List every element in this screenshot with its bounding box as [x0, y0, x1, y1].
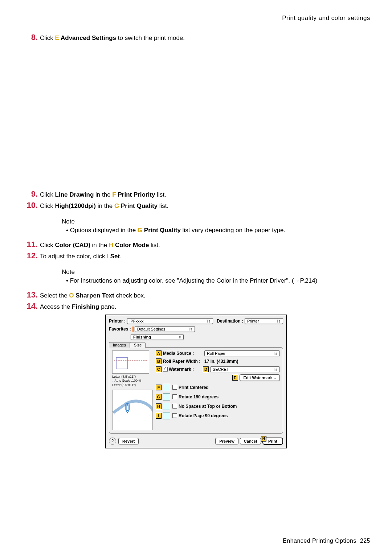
- row-f: F Print Centered: [156, 384, 280, 391]
- step-text: Access the Finishing pane.: [40, 302, 117, 312]
- text: Click: [40, 34, 55, 41]
- tab-size[interactable]: Size: [130, 342, 146, 348]
- printer-select[interactable]: iPFxxxx: [127, 318, 213, 324]
- key-f: F: [112, 191, 116, 198]
- label-print-quality: Print Quality: [142, 227, 181, 234]
- text: in the: [94, 191, 112, 198]
- step-10: 10. Click High(1200dpi) in the G Print Q…: [22, 201, 370, 211]
- note-label: Note: [62, 268, 370, 276]
- thumb-info: Letter (8.5"x11") ↓ Auto Scale :100 % Le…: [112, 375, 156, 387]
- spacer: [22, 44, 370, 189]
- text: in the: [96, 202, 114, 209]
- note-block-2: Note • For instructions on adjusting col…: [62, 268, 370, 284]
- destination-label: Destination :: [217, 319, 243, 324]
- step-9: 9. Click Line Drawing in the F Print Pri…: [22, 189, 370, 200]
- key-e: E: [55, 34, 59, 41]
- key-g: G: [138, 227, 142, 234]
- page-layout-thumb: [112, 350, 149, 374]
- step-number: 8.: [22, 33, 40, 42]
- no-spaces-checkbox[interactable]: [172, 404, 177, 409]
- step-text: Click Line Drawing in the F Print Priori…: [40, 190, 166, 200]
- step-text: Click E Advanced Settings to switch the …: [40, 33, 185, 43]
- print-centered-label: Print Centered: [179, 385, 209, 390]
- rotate-180-checkbox[interactable]: [172, 394, 177, 399]
- dialog-bottom: ? Revert Preview Cancel N Print: [109, 438, 283, 445]
- step-number: 12.: [22, 251, 40, 260]
- roll-width-label: Roll Paper Width :: [163, 359, 203, 364]
- print-dialog: Printer : iPFxxxx Destination : Printer …: [105, 315, 287, 448]
- label-advanced-settings: Advanced Settings: [59, 34, 116, 41]
- media-source-select[interactable]: Roll Paper: [204, 350, 280, 356]
- text: .: [120, 253, 122, 260]
- edit-watermark-button[interactable]: Edit Watermark...: [240, 374, 280, 381]
- label-color-cad: Color (CAD): [55, 242, 90, 249]
- step-number: 9.: [22, 189, 40, 199]
- step-number: 11.: [22, 240, 40, 249]
- roll-width-value: 17 in. (431.8mm): [204, 359, 238, 364]
- step-14: 14. Access the Finishing pane.: [22, 301, 370, 312]
- row-c: C Watermark : D SECRET: [156, 366, 280, 372]
- favorites-icon: [132, 327, 134, 332]
- thumb-line3: Letter (8.5"x11"): [112, 383, 156, 387]
- cancel-button[interactable]: Cancel: [240, 438, 261, 444]
- down-arrow-icon: ↓: [112, 379, 114, 382]
- pane-select-row: Finishing: [131, 334, 283, 340]
- step-11: 11. Click Color (CAD) in the H Color Mod…: [22, 240, 370, 250]
- label-set: Set: [109, 253, 120, 260]
- note-bullet: • Options displayed in the G Print Quali…: [66, 227, 370, 234]
- step-8: 8. Click E Advanced Settings to switch t…: [22, 33, 370, 43]
- note-bullet: • For instructions on adjusting color, s…: [66, 277, 370, 284]
- step-number: 10.: [22, 201, 40, 210]
- row-h: H No Spaces at Top or Bottom: [156, 403, 280, 410]
- tab-images[interactable]: Images: [109, 342, 130, 348]
- step-13: 13. Select the O Sharpen Text check box.: [22, 290, 370, 300]
- tabs: ImagesSize Letter (8.5"x11") ↓ Auto Scal…: [109, 342, 283, 434]
- rotate-90-label: Rotate Page 90 degrees: [179, 413, 228, 418]
- label-high-1200: High(1200dpi): [55, 202, 96, 209]
- text: Select the: [40, 292, 69, 299]
- text: to switch the print mode.: [116, 34, 185, 41]
- rotate-90-checkbox[interactable]: [172, 413, 177, 418]
- label-sharpen-text: Sharpen Text: [74, 292, 114, 299]
- print-centered-checkbox[interactable]: [172, 385, 177, 390]
- thumb-line2: Auto Scale :100 %: [115, 379, 142, 382]
- pane-select[interactable]: Finishing: [131, 334, 184, 340]
- key-a-marker: A: [156, 350, 162, 356]
- text: list vary depending on the paper type.: [181, 227, 285, 234]
- key-g-marker: G: [156, 394, 162, 400]
- label-line-drawing: Line Drawing: [55, 191, 94, 198]
- thumb-line1: Letter (8.5"x11"): [112, 375, 156, 379]
- destination-select[interactable]: Printer: [245, 318, 283, 324]
- revert-button[interactable]: Revert: [118, 438, 139, 444]
- no-spaces-label: No Spaces at Top or Bottom: [179, 404, 237, 409]
- step-number: 14.: [22, 301, 40, 311]
- print-centered-icon: [163, 384, 170, 391]
- text: Click: [40, 191, 55, 198]
- label-print-quality: Print Quality: [119, 202, 158, 209]
- watermark-checkbox[interactable]: [163, 367, 168, 372]
- preview-button[interactable]: Preview: [215, 438, 238, 444]
- key-h-marker: H: [156, 403, 162, 409]
- text: Click: [40, 242, 55, 249]
- dialog-screenshot: Printer : iPFxxxx Destination : Printer …: [22, 315, 370, 448]
- help-button[interactable]: ?: [109, 438, 116, 445]
- key-g: G: [114, 202, 119, 209]
- watermark-label: Watermark :: [169, 367, 201, 372]
- step-text: To adjust the color, click I Set.: [40, 252, 122, 261]
- text: • Options displayed in the: [66, 227, 138, 234]
- rotate-180-icon: [163, 393, 170, 401]
- watermark-select[interactable]: SECRET: [210, 366, 280, 372]
- key-d-marker: D: [203, 366, 209, 372]
- text: list.: [149, 242, 160, 249]
- options-column: A Media Source : Roll Paper B Roll Paper…: [156, 350, 280, 430]
- favorites-select[interactable]: Default Settings: [135, 326, 195, 332]
- label-print-priority: Print Priority: [116, 191, 155, 198]
- key-b-marker: B: [156, 358, 162, 364]
- no-spaces-icon: [163, 403, 170, 410]
- row-e: E Edit Watermark...: [156, 374, 280, 381]
- step-12: 12. To adjust the color, click I Set.: [22, 251, 370, 261]
- page-number: 225: [360, 538, 370, 544]
- text: pane.: [99, 303, 116, 310]
- favorites-label: Favorites :: [109, 327, 131, 332]
- section-header: Print quality and color settings: [22, 15, 370, 22]
